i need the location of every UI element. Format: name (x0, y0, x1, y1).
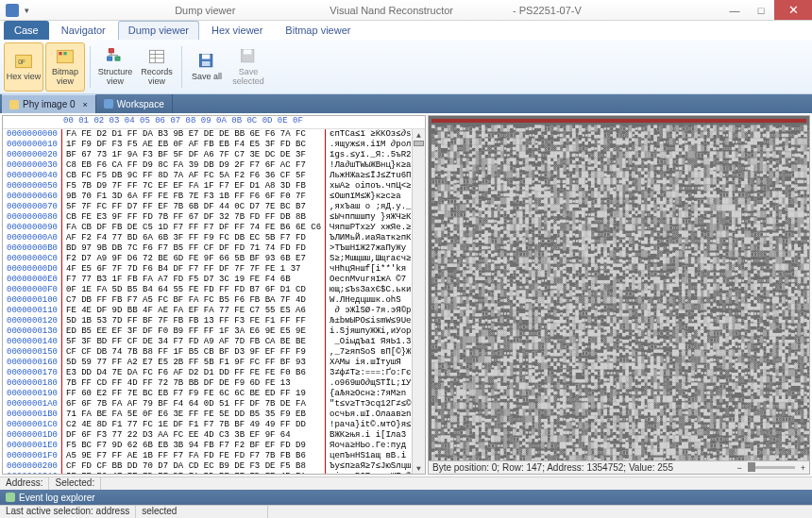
slider-thumb[interactable] (748, 462, 755, 472)
bytes-column: FA FE D2 D1 FF DA B3 9B E7 DE DE BB 6E F… (61, 129, 326, 474)
maximize-button[interactable]: □ (748, 0, 774, 20)
bitmap-canvas[interactable]: ▀▫■□▄▒░▫▀■▪▫□▄■□█▫▄▒▓▀▒▄▓▀▪▄▄▄▪■▪▀▀▓□□░■… (429, 116, 809, 460)
address-row: 0000000010 (7, 140, 58, 150)
ascii-row: ≤Ычппшшпу }яЖЧ≥Ка.≥ (330, 212, 408, 223)
minimize-button[interactable]: — (721, 0, 748, 20)
tab-hex-viewer[interactable]: Hex viewer (201, 21, 273, 40)
scroll-up-icon[interactable]: ▲ (413, 129, 425, 141)
address-row: 0000000110 (7, 306, 58, 316)
ascii-row: ющ;≤ЪsЗахЄ$С.ький (330, 285, 408, 295)
bytes-row: 7B FF CD FF 4D FF 72 7B BB DF DE F9 6D F… (66, 378, 321, 389)
bytes-row: FA CB DF FB DE C5 1D F7 FF F7 DF FF 74 F… (66, 223, 321, 233)
ribbon-separator (181, 46, 182, 88)
ascii-row: чНћцЯншf[i**'kя (330, 264, 408, 275)
bitmap-view-icon (56, 47, 75, 66)
hex-body[interactable]: 0000000000000000001000000000200000000030… (3, 129, 425, 474)
bytes-row: 6F 6F 7B FA AF 79 BF F4 64 0D 51 FF DF 7… (66, 399, 321, 409)
bitmap-status-bar: Byte position: 0; Row: 147; Address: 135… (429, 460, 809, 474)
address-row: 00000000D0 (7, 264, 58, 275)
address-row: 00000001E0 (7, 441, 58, 451)
ascii-row: {аЉя≥Осн≥:7яМ≥n (330, 389, 408, 399)
tab-navigator[interactable]: Navigator (51, 21, 116, 40)
address-row: 0000000190 (7, 389, 58, 399)
ascii-row: 3≠ф≠Т≥:===:Ґо:Гє} (330, 368, 408, 378)
scroll-thumb[interactable] (414, 141, 424, 146)
save-all-button[interactable]: Save all (187, 42, 227, 92)
svg-rect-4 (63, 52, 66, 55)
address-row: 00000000F0 (7, 285, 58, 295)
ascii-row: цепЪнНЅ1ащ вВ.і (330, 451, 408, 461)
bytes-row: AF F2 F4 77 BD 6A 6B 3F FF F9 FC DB EC 5… (66, 233, 321, 243)
event-log-label: Event log explorer (19, 493, 95, 503)
svg-rect-5 (109, 48, 113, 52)
bytes-row: FF 60 E2 FF 7E BC EB F7 F9 FE 6C 6C BE E… (66, 389, 321, 399)
ascii-row: W.ЛНедцшшк.ohS (330, 295, 408, 306)
bitmap-viewer-pane: ▀▫■□▄▒░▫▀■▪▫□▄■□█▫▄▒▓▀▒▄▓▀▪▄▄▄▪■▪▀▀▓□□░■… (428, 115, 810, 475)
bytes-row: 71 FA BE FA 5E 0F E6 3E FF FE 5E DD B5 3… (66, 409, 321, 420)
structure-view-button[interactable]: Structure view (95, 42, 135, 92)
bytes-row: 5D 59 77 FF A2 E7 E5 2B FF 5B F1 9F FC F… (66, 358, 321, 368)
bytes-row: CF FD CF BB DD 70 D7 DA CD EC B9 DE F3 D… (66, 461, 321, 472)
svg-rect-16 (244, 49, 251, 54)
svg-rect-6 (108, 57, 112, 60)
tab-phy-image[interactable]: Phy image 0 × (2, 94, 96, 113)
bytes-row: 0F 1E FA 5D B5 B4 64 55 FE FD FF FD B7 6… (66, 285, 321, 295)
bitmap-view-button[interactable]: Bitmap view (45, 42, 85, 92)
save-selected-icon (239, 47, 258, 66)
tab-dump-viewer[interactable]: Dump viewer (118, 21, 199, 40)
scroll-down-icon[interactable]: ▼ (413, 462, 425, 474)
close-tab-button[interactable]: × (79, 100, 88, 109)
ascii-row: піш.оРОПжжп:ЖТь©т (330, 472, 408, 474)
zoom-slider[interactable]: − + (736, 463, 805, 473)
address-row: 0000000090 (7, 223, 58, 233)
svg-rect-7 (115, 57, 120, 60)
qat-dropdown-icon[interactable]: ▾ (25, 6, 29, 15)
tab-case[interactable]: Case (4, 21, 49, 40)
slider-track[interactable] (748, 466, 795, 469)
ascii-row: і.SјяшпуЖЖі,иУоря (330, 326, 408, 337)
address-status-bar: Address: Selected: (0, 476, 812, 490)
bytes-row: C7 DB FF FB F7 A5 FC BF FA FC B5 F6 FB B… (66, 295, 321, 306)
address-row: 00000001F0 (7, 451, 58, 461)
ascii-row: ЪЛИМьЙ.иаЯатк≥пК (330, 233, 408, 243)
app-icon (6, 4, 19, 17)
bytes-row: 5F 7F FC FF D7 FF EF 7B 6B DF 44 0C D7 7… (66, 202, 321, 212)
bytes-row: FE 4E DF 9D BB 4F AE FA EF FA 77 FE C7 5… (66, 306, 321, 316)
address-row: 0000000150 (7, 347, 58, 358)
hex-scrollbar[interactable]: ▲ ▼ (412, 129, 425, 474)
bitmap-status-text: Byte position: 0; Row: 147; Address: 135… (432, 462, 673, 473)
hex-view-button[interactable]: 0F Hex view (4, 42, 43, 92)
records-view-button[interactable]: Records view (137, 42, 177, 92)
address-row: 00000001A0 (7, 399, 58, 409)
bitmap-selection-band (431, 119, 806, 123)
tab-workspace[interactable]: Workspace (96, 94, 173, 113)
save-selected-button[interactable]: Save selected (228, 42, 268, 92)
bytes-row: 5F 3F BD FF CF DE 34 F7 FD A9 AF 7D FB C… (66, 337, 321, 347)
event-log-bar[interactable]: Event log explorer (0, 490, 812, 505)
address-row: 0000000070 (7, 202, 58, 212)
ascii-column: єпТСа≤ї ≥ЌКОз≤∂ѕ≥.ящуж≤я.іїМ ∂ролїgs.≤уї… (326, 129, 412, 474)
phy-image-icon (9, 100, 19, 109)
address-row: 0000000210 (7, 472, 58, 474)
ascii-row: їgs.≤уї._Я:.5ъR2 (330, 150, 408, 160)
bitmap-noise: ▀▫■□▄▒░▫▀■▪▫□▄■□█▫▄▒▓▀▒▄▓▀▪▄▄▄▪■▪▀▀▓□□░■… (431, 125, 806, 460)
bytes-row: A5 9E F7 FF AE 1B FF F7 FA FD FE FD F7 7… (66, 451, 321, 461)
bytes-row: BF 67 73 1F 9A F3 BF 5F DF A6 7F C7 3E D… (66, 150, 321, 160)
address-row: 00000000E0 (7, 275, 58, 285)
title-bar: ▾ Dump viewer Visual Nand Reconstructor … (0, 0, 812, 21)
zoom-in-icon[interactable]: + (801, 463, 805, 473)
structure-view-icon (106, 47, 125, 66)
svg-rect-13 (202, 54, 210, 58)
zoom-out-icon[interactable]: − (736, 463, 741, 473)
address-row: 0000000050 (7, 181, 58, 192)
ribbon-separator (90, 46, 91, 88)
ascii-row: хыА≥ оіпоъ.чпЦ<≥и (330, 181, 408, 192)
address-row: 00000001D0 (7, 430, 58, 441)
bytes-row: CB FC F5 DB 9C FF 8D 7A AF FC 5A F2 F6 3… (66, 171, 321, 181)
document-tabs: Phy image 0 × Workspace (0, 94, 812, 113)
ascii-row: !рача}іt©.мтО}я≤n (330, 420, 408, 430)
close-button[interactable]: ✕ (774, 0, 812, 20)
address-row: 00000000B0 (7, 243, 58, 254)
tab-bitmap-viewer[interactable]: Bitmap viewer (275, 21, 361, 40)
address-row: 0000000180 (7, 378, 58, 389)
